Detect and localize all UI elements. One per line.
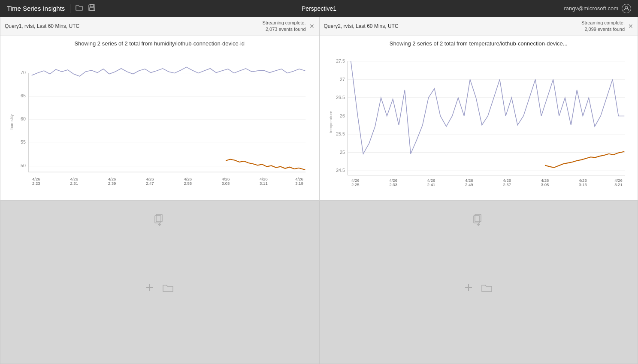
svg-text:3:21: 3:21 xyxy=(614,182,623,187)
svg-text:temperature: temperature xyxy=(328,111,333,133)
app-header: Time Series Insights Perspective1 rangv@… xyxy=(0,0,638,17)
svg-text:2:47: 2:47 xyxy=(146,181,154,186)
svg-text:2:23: 2:23 xyxy=(32,181,40,186)
svg-text:3:05: 3:05 xyxy=(541,182,549,187)
svg-text:4/26: 4/26 xyxy=(351,178,360,183)
svg-text:27.5: 27.5 xyxy=(336,58,345,63)
add-icon-4[interactable] xyxy=(464,283,473,295)
chart-area-2: Showing 2 series of 2 total from tempera… xyxy=(320,36,638,201)
temperature-chart: temperature 27.5 27 26.5 26 25.5 25 24.5 xyxy=(324,49,634,195)
svg-text:3:11: 3:11 xyxy=(260,181,268,186)
copy-down-icon-3 xyxy=(154,214,165,228)
svg-text:2:33: 2:33 xyxy=(389,182,397,187)
svg-text:2:57: 2:57 xyxy=(503,182,511,187)
svg-text:4/26: 4/26 xyxy=(260,176,268,181)
svg-text:4/26: 4/26 xyxy=(146,176,154,181)
user-avatar[interactable] xyxy=(622,4,631,13)
panel-header-2: Query2, rvtsi, Last 60 Mins, UTC Streami… xyxy=(320,17,638,36)
svg-text:4/26: 4/26 xyxy=(108,176,116,181)
svg-text:4/26: 4/26 xyxy=(32,176,40,181)
open-folder-icon-4[interactable] xyxy=(481,283,493,295)
svg-text:4/26: 4/26 xyxy=(503,178,511,183)
empty-panel-4 xyxy=(319,201,638,364)
panel-close-1[interactable]: ✕ xyxy=(309,23,314,30)
svg-text:2:31: 2:31 xyxy=(70,181,78,186)
chart-area-1: Showing 2 series of 2 total from humidit… xyxy=(0,36,319,201)
panel-title-1: Query1, rvtsi, Last 60 Mins, UTC xyxy=(5,23,79,29)
open-folder-icon[interactable] xyxy=(76,4,83,13)
status-line2-1: 2,073 events found xyxy=(263,26,306,33)
svg-text:4/26: 4/26 xyxy=(541,178,549,183)
copy-down-icon-4 xyxy=(473,214,484,228)
svg-text:60: 60 xyxy=(21,116,26,121)
svg-text:2:39: 2:39 xyxy=(108,181,116,186)
panel-status-2: Streaming complete. 2,099 events found xyxy=(581,20,625,33)
svg-text:25: 25 xyxy=(340,150,345,155)
svg-text:24.5: 24.5 xyxy=(336,168,345,173)
user-email: rangv@microsoft.com xyxy=(564,5,618,12)
panel-header-1: Query1, rvtsi, Last 60 Mins, UTC Streami… xyxy=(0,17,319,36)
panel-status-1: Streaming complete. 2,073 events found xyxy=(263,20,306,33)
panel-header-right-2: Streaming complete. 2,099 events found ✕ xyxy=(581,20,633,33)
svg-text:4/26: 4/26 xyxy=(295,176,303,181)
svg-text:2:25: 2:25 xyxy=(351,182,360,187)
status-line1-2: Streaming complete. xyxy=(581,20,625,26)
svg-text:4/26: 4/26 xyxy=(579,178,587,183)
svg-text:3:13: 3:13 xyxy=(579,182,587,187)
humidity-chart: humidity 70 65 60 55 50 xyxy=(5,49,314,195)
status-line2-2: 2,099 events found xyxy=(581,26,625,33)
add-icon-3[interactable] xyxy=(145,283,154,295)
perspective-title: Perspective1 xyxy=(302,5,336,12)
svg-text:26: 26 xyxy=(340,113,345,118)
panel-header-right-1: Streaming complete. 2,073 events found ✕ xyxy=(263,20,314,33)
header-left: Time Series Insights xyxy=(7,4,95,13)
chart-title-2: Showing 2 series of 2 total from tempera… xyxy=(324,40,634,47)
svg-text:4/26: 4/26 xyxy=(614,178,623,183)
svg-text:4/26: 4/26 xyxy=(465,178,473,183)
empty-panel-actions-3 xyxy=(145,283,174,295)
svg-text:3:19: 3:19 xyxy=(295,181,303,186)
svg-text:4/26: 4/26 xyxy=(70,176,78,181)
main-grid: Query1, rvtsi, Last 60 Mins, UTC Streami… xyxy=(0,17,638,364)
svg-text:humidity: humidity xyxy=(9,114,14,129)
svg-text:4/26: 4/26 xyxy=(427,178,435,183)
status-line1-1: Streaming complete. xyxy=(263,20,306,26)
save-icon[interactable] xyxy=(88,4,95,13)
empty-panel-actions-4 xyxy=(464,283,493,295)
svg-text:2:49: 2:49 xyxy=(465,182,473,187)
svg-text:27: 27 xyxy=(340,76,345,81)
svg-text:4/26: 4/26 xyxy=(184,176,192,181)
svg-text:25.5: 25.5 xyxy=(336,131,345,136)
header-divider xyxy=(70,4,70,13)
svg-text:4/26: 4/26 xyxy=(222,176,230,181)
svg-text:70: 70 xyxy=(21,69,26,75)
svg-text:2:55: 2:55 xyxy=(184,181,192,186)
chart-panel-2: Query2, rvtsi, Last 60 Mins, UTC Streami… xyxy=(319,17,638,201)
svg-rect-1 xyxy=(90,5,94,7)
chart-title-1: Showing 2 series of 2 total from humidit… xyxy=(5,40,314,47)
svg-rect-2 xyxy=(90,8,94,10)
svg-text:50: 50 xyxy=(21,162,26,168)
svg-text:65: 65 xyxy=(21,93,26,98)
panel-close-2[interactable]: ✕ xyxy=(628,23,633,30)
panel-title-2: Query2, rvtsi, Last 60 Mins, UTC xyxy=(324,23,399,29)
empty-panel-3 xyxy=(0,201,319,364)
header-right: rangv@microsoft.com xyxy=(564,4,631,13)
app-title: Time Series Insights xyxy=(7,5,65,12)
chart-panel-1: Query1, rvtsi, Last 60 Mins, UTC Streami… xyxy=(0,17,319,201)
svg-text:4/26: 4/26 xyxy=(389,178,397,183)
open-folder-icon-3[interactable] xyxy=(163,283,174,295)
svg-text:2:41: 2:41 xyxy=(427,182,435,187)
svg-text:3:03: 3:03 xyxy=(222,181,230,186)
svg-text:26.5: 26.5 xyxy=(336,95,345,100)
svg-text:55: 55 xyxy=(21,139,26,144)
